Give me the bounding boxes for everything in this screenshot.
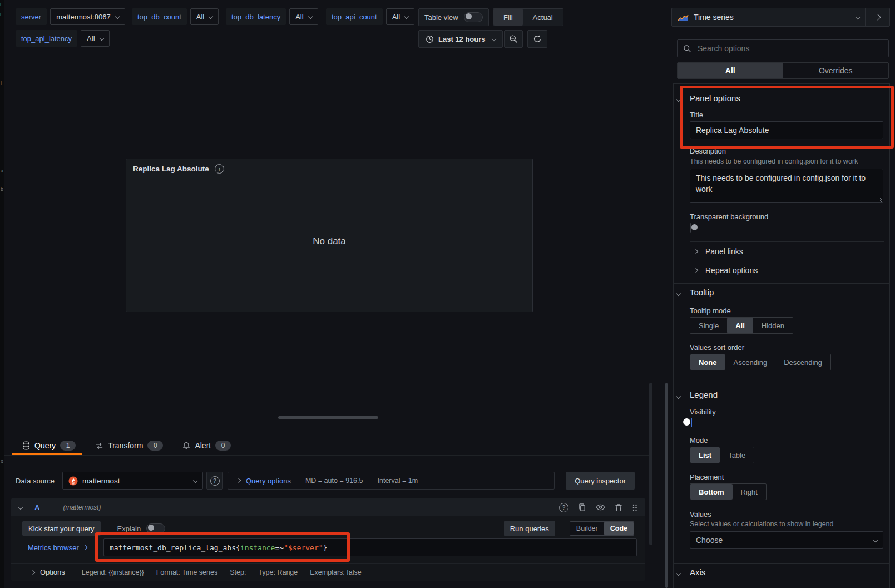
refresh-button[interactable] xyxy=(527,30,547,48)
help-icon: ? xyxy=(210,476,220,486)
panel-options-heading[interactable]: Panel options xyxy=(690,93,740,103)
transform-icon xyxy=(95,442,103,450)
tab-alert[interactable]: Alert 0 xyxy=(182,441,231,451)
legend-values-help: Select values or calculations to show in… xyxy=(690,520,833,528)
variable-group-top-db-latency: top_db_latency All xyxy=(226,8,318,25)
placement-bottom[interactable]: Bottom xyxy=(690,484,733,500)
panel-links-row[interactable]: Panel links xyxy=(694,247,743,256)
promql-string-value: "$server" xyxy=(284,543,323,552)
variable-value-text: All xyxy=(196,13,204,21)
panel-description-textarea[interactable]: This needs to be configured in config.js… xyxy=(690,169,883,203)
row-divider xyxy=(690,261,884,261)
table-view-label: Table view xyxy=(424,13,458,22)
zoom-out-time-button[interactable] xyxy=(504,30,523,48)
datasource-label: Data source xyxy=(16,477,62,485)
chevron-down-icon xyxy=(99,36,103,41)
tab-label: Transform xyxy=(108,441,143,450)
panel-title-input[interactable] xyxy=(690,121,883,139)
tab-label: Query xyxy=(34,441,56,450)
axis-heading[interactable]: Axis xyxy=(690,567,705,577)
repeat-options-row[interactable]: Repeat options xyxy=(694,266,758,275)
editor-tab-bar: Query 1 Transform 0 Alert 0 xyxy=(22,438,231,453)
variable-value-top-api-latency[interactable]: All xyxy=(81,30,109,47)
options-toggle[interactable]: Options xyxy=(31,568,65,576)
time-range-picker[interactable]: Last 12 hours xyxy=(418,30,503,48)
tooltip-mode-all[interactable]: All xyxy=(727,318,753,333)
legend-mode-table[interactable]: Table xyxy=(720,447,754,463)
sort-none[interactable]: None xyxy=(690,354,725,370)
query-options-toggle[interactable]: Query options xyxy=(237,477,291,485)
delete-query-trash-icon[interactable] xyxy=(615,503,622,512)
row-divider xyxy=(690,241,884,242)
tab-transform[interactable]: Transform 0 xyxy=(95,441,163,451)
option-legend: Legend: {{instance}} xyxy=(82,569,144,576)
tooltip-heading[interactable]: Tooltip xyxy=(690,288,714,297)
legend-heading[interactable]: Legend xyxy=(690,390,718,399)
query-inspector-button[interactable]: Query inspector xyxy=(566,472,635,490)
drag-handle-icon[interactable] xyxy=(632,503,637,512)
chevron-right-icon xyxy=(694,249,698,254)
variable-value-top-db-latency[interactable]: All xyxy=(289,8,318,25)
options-pane-scrollbar-thumb[interactable] xyxy=(665,383,668,588)
variable-label-top-api-count[interactable]: top_api_count xyxy=(326,8,383,25)
visualization-select[interactable]: Time series xyxy=(672,8,865,26)
promql-label-name: instance xyxy=(240,543,275,552)
duplicate-query-icon[interactable] xyxy=(578,503,586,512)
variable-label-top-db-latency[interactable]: top_db_latency xyxy=(226,8,286,25)
legend-mode-list[interactable]: List xyxy=(690,447,720,463)
chevron-down-icon xyxy=(193,478,197,483)
search-options-input[interactable] xyxy=(696,43,883,53)
datasource-picker[interactable]: mattermost xyxy=(62,472,203,490)
actual-mode-button[interactable]: Actual xyxy=(523,9,563,26)
legend-values-select[interactable]: Choose xyxy=(690,531,883,549)
editor-resize-handle[interactable] xyxy=(278,416,378,419)
tab-overrides[interactable]: Overrides xyxy=(783,63,889,78)
kick-start-query-button[interactable]: Kick start your query xyxy=(22,521,101,536)
legend-mode-label: Mode xyxy=(690,436,708,444)
variable-value-top-api-count[interactable]: All xyxy=(386,8,414,25)
panel-info-icon[interactable]: i xyxy=(215,164,224,174)
query-collapse-toggle[interactable] xyxy=(18,505,23,510)
sidebar-divider xyxy=(652,0,652,588)
tab-query[interactable]: Query 1 xyxy=(22,441,76,451)
transparent-background-label: Transparent background xyxy=(690,213,768,221)
fill-mode-button[interactable]: Fill xyxy=(493,9,523,26)
tab-all-options[interactable]: All xyxy=(678,63,783,78)
code-mode-button[interactable]: Code xyxy=(604,522,634,535)
metrics-browser-toggle[interactable]: Metrics browser xyxy=(28,538,87,556)
promql-query-editor[interactable]: mattermost_db_replica_lag_abs{instance=~… xyxy=(103,538,637,556)
legend-visibility-toggle[interactable] xyxy=(691,418,692,427)
tooltip-mode-single[interactable]: Single xyxy=(690,318,727,333)
tooltip-mode-group: Single All Hidden xyxy=(690,317,793,334)
table-view-toggle[interactable] xyxy=(464,12,483,22)
collapse-options-pane-button[interactable] xyxy=(865,8,889,26)
visualization-picker: Time series xyxy=(671,8,890,27)
variable-value-server[interactable]: mattermost:8067 xyxy=(50,8,125,25)
run-queries-button[interactable]: Run queries xyxy=(504,521,555,536)
builder-mode-button[interactable]: Builder xyxy=(570,522,604,535)
bell-icon xyxy=(182,441,190,450)
variable-value-top-db-count[interactable]: All xyxy=(190,8,219,25)
repeat-options-label: Repeat options xyxy=(705,266,758,275)
transparent-background-toggle[interactable] xyxy=(690,223,691,233)
legend-mode-group: List Table xyxy=(690,447,754,463)
variable-label-top-api-latency[interactable]: top_api_latency xyxy=(16,30,77,47)
placement-right[interactable]: Right xyxy=(733,484,766,500)
disable-query-eye-icon[interactable] xyxy=(596,503,605,511)
query-datasource-hint: (mattermost) xyxy=(63,503,101,511)
tooltip-mode-hidden[interactable]: Hidden xyxy=(753,318,793,333)
clock-icon xyxy=(426,35,434,43)
explain-toggle[interactable] xyxy=(146,523,165,533)
prometheus-flame-icon xyxy=(68,476,78,486)
datasource-help-button[interactable]: ? xyxy=(206,472,223,490)
query-help-button[interactable]: ? xyxy=(559,503,568,512)
option-format: Format: Time series xyxy=(156,569,217,576)
datasource-name: mattermost xyxy=(82,477,120,485)
sort-descending[interactable]: Descending xyxy=(775,354,830,370)
variable-group-top-db-count: top_db_count All xyxy=(132,8,219,25)
description-help-text: This needs to be configured in config.js… xyxy=(690,157,858,165)
variable-label-server[interactable]: server xyxy=(16,8,47,25)
zoom-out-icon xyxy=(509,34,518,43)
sort-ascending[interactable]: Ascending xyxy=(725,354,776,370)
variable-label-top-db-count[interactable]: top_db_count xyxy=(132,8,187,25)
